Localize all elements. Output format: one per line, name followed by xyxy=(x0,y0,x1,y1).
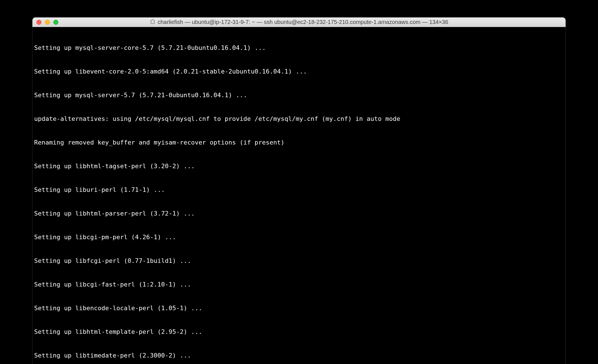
output-line: Setting up libevent-core-2.0-5:amd64 (2.… xyxy=(34,68,564,76)
output-line: Setting up libhtml-template-perl (2.95-2… xyxy=(34,328,564,336)
output-line: Renaming removed key_buffer and myisam-r… xyxy=(34,139,564,147)
home-icon xyxy=(150,19,155,25)
output-line: Setting up libencode-locale-perl (1.05-1… xyxy=(34,304,564,312)
output-line: Setting up mysql-server-5.7 (5.7.21-0ubu… xyxy=(34,91,564,99)
minimize-button[interactable] xyxy=(45,20,50,25)
zoom-button[interactable] xyxy=(53,20,58,25)
output-line: Setting up mysql-server-core-5.7 (5.7.21… xyxy=(34,44,564,52)
window-titlebar: charliefish — ubuntu@ip-172-31-9-7: ~ — … xyxy=(32,17,566,27)
title-wrap: charliefish — ubuntu@ip-172-31-9-7: ~ — … xyxy=(32,19,566,25)
close-button[interactable] xyxy=(36,20,41,25)
output-line: Setting up libtimedate-perl (2.3000-2) .… xyxy=(34,352,564,359)
output-line: Setting up libhtml-tagset-perl (3.20-2) … xyxy=(34,162,564,170)
output-line: update-alternatives: using /etc/mysql/my… xyxy=(34,115,564,123)
terminal-window: charliefish — ubuntu@ip-172-31-9-7: ~ — … xyxy=(32,17,566,364)
window-title: charliefish — ubuntu@ip-172-31-9-7: ~ — … xyxy=(158,19,448,25)
output-line: Setting up libcgi-pm-perl (4.26-1) ... xyxy=(34,233,564,241)
terminal-body[interactable]: Setting up mysql-server-core-5.7 (5.7.21… xyxy=(32,27,566,364)
output-line: Setting up liburi-perl (1.71-1) ... xyxy=(34,186,564,194)
output-line: Setting up libcgi-fast-perl (1:2.10-1) .… xyxy=(34,281,564,288)
output-line: Setting up libfcgi-perl (0.77-1build1) .… xyxy=(34,257,564,265)
output-line: Setting up libhtml-parser-perl (3.72-1) … xyxy=(34,210,564,217)
traffic-lights xyxy=(32,20,58,25)
